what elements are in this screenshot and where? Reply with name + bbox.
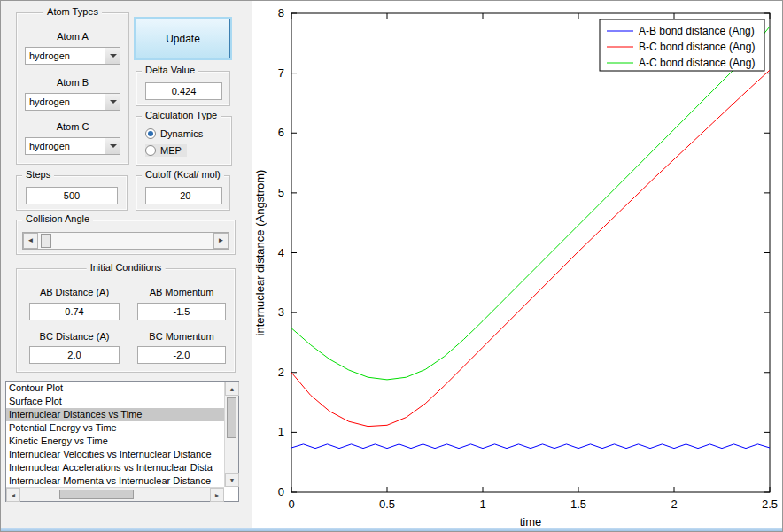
delta-value-input[interactable] xyxy=(145,82,222,100)
list-items: Contour PlotSurface PlotInternuclear Dis… xyxy=(6,382,224,487)
vscroll-thumb[interactable] xyxy=(227,397,236,438)
radio-label: Dynamics xyxy=(160,128,203,139)
bc-distance-input[interactable] xyxy=(29,346,120,364)
x-tick-label: 0 xyxy=(288,497,294,511)
hscroll-thumb[interactable] xyxy=(59,490,134,499)
combo-value: hydrogen xyxy=(29,138,70,154)
collision-angle-group: Collision Angle ◄ ► xyxy=(16,220,236,255)
group-title: Atom Types xyxy=(43,6,102,17)
y-tick-label: 1 xyxy=(278,425,284,438)
list-item[interactable]: Potential Energy vs Time xyxy=(6,421,224,435)
atom-b-label: Atom B xyxy=(17,77,128,88)
group-title: Initial Conditions xyxy=(87,262,166,273)
initial-conditions-group: Initial Conditions AB Distance (A) AB Mo… xyxy=(16,268,236,373)
atom-types-group: Atom Types Atom A hydrogen Atom B hydrog… xyxy=(16,12,129,165)
plot-box xyxy=(291,13,770,492)
vertical-scrollbar[interactable]: ▲ ▼ xyxy=(224,382,238,487)
list-item[interactable]: Internuclear Accelerations vs Internucle… xyxy=(6,461,224,474)
radio-mep[interactable]: MEP xyxy=(145,144,187,157)
atom-b-select[interactable]: hydrogen xyxy=(25,93,120,111)
ab-distance-label: AB Distance (A) xyxy=(29,287,120,297)
legend-label: B-C bond distance (Ang) xyxy=(639,41,755,53)
x-axis-label: time xyxy=(520,515,542,528)
x-tick-label: 1 xyxy=(479,497,485,511)
y-tick-label: 4 xyxy=(278,246,284,259)
radio-dynamics[interactable]: Dynamics xyxy=(145,127,203,140)
group-title: Delta Value xyxy=(142,65,198,75)
window-bottom-border xyxy=(1,528,783,531)
y-tick-label: 8 xyxy=(278,6,284,19)
y-axis-label: internuclear distance (Angstrom) xyxy=(253,170,267,336)
list-item[interactable]: Internuclear Velocities vs Internuclear … xyxy=(6,448,224,461)
group-title: Calculation Type xyxy=(142,110,221,120)
steps-group: Steps xyxy=(16,175,128,211)
radio-label: MEP xyxy=(160,145,182,156)
combo-value: hydrogen xyxy=(29,48,70,64)
y-tick-label: 0 xyxy=(278,485,284,498)
horizontal-scrollbar[interactable]: ◄ ► xyxy=(6,487,224,501)
atom-c-select[interactable]: hydrogen xyxy=(25,137,120,155)
group-title: Steps xyxy=(22,169,54,180)
slider-left-arrow-icon[interactable]: ◄ xyxy=(23,233,38,249)
x-tick-label: 2.5 xyxy=(762,497,778,511)
list-item[interactable]: Kinetic Energy vs Time xyxy=(6,435,224,448)
chevron-down-icon[interactable] xyxy=(105,138,120,154)
y-tick-label: 5 xyxy=(278,186,284,199)
chevron-down-icon[interactable] xyxy=(105,48,120,64)
ab-momentum-label: AB Momentum xyxy=(137,287,226,297)
list-item[interactable]: Contour Plot xyxy=(6,382,224,395)
legend-label: A-B bond distance (Ang) xyxy=(639,25,755,37)
cutoff-group: Cutoff (Kcal/ mol) xyxy=(136,175,230,211)
y-tick-label: 6 xyxy=(278,126,284,139)
application-window: Atom Types Atom A hydrogen Atom B hydrog… xyxy=(0,0,783,532)
control-panel: Atom Types Atom A hydrogen Atom B hydrog… xyxy=(1,1,252,532)
scroll-down-icon[interactable]: ▼ xyxy=(225,473,239,487)
bc-distance-label: BC Distance (A) xyxy=(29,331,120,342)
x-tick-label: 1.5 xyxy=(570,497,586,511)
steps-input[interactable] xyxy=(26,187,118,204)
combo-value: hydrogen xyxy=(29,94,70,110)
plot-type-listbox[interactable]: Contour PlotSurface PlotInternuclear Dis… xyxy=(5,381,239,502)
delta-value-group: Delta Value xyxy=(136,71,230,106)
atom-c-label: Atom C xyxy=(17,121,128,132)
bc-momentum-label: BC Momentum xyxy=(137,331,226,342)
scroll-left-icon[interactable]: ◄ xyxy=(6,488,20,502)
ab-distance-input[interactable] xyxy=(29,303,120,320)
chevron-down-icon[interactable] xyxy=(105,94,120,110)
legend-label: A-C bond distance (Ang) xyxy=(639,57,755,69)
y-tick-label: 2 xyxy=(278,366,284,379)
radio-button-icon xyxy=(145,145,156,156)
collision-angle-slider[interactable]: ◄ ► xyxy=(22,232,229,250)
group-title: Cutoff (Kcal/ mol) xyxy=(142,169,224,180)
list-item[interactable]: Internuclear Momenta vs Internuclear Dis… xyxy=(6,474,224,487)
x-tick-label: 0.5 xyxy=(379,497,395,511)
list-item[interactable]: Internuclear Distances vs Time xyxy=(6,408,224,421)
y-tick-label: 3 xyxy=(278,305,284,319)
scroll-right-icon[interactable]: ► xyxy=(210,488,224,502)
list-item[interactable]: Surface Plot xyxy=(6,395,224,408)
group-title: Collision Angle xyxy=(22,213,93,224)
bc-momentum-input[interactable] xyxy=(137,346,226,364)
plot-svg: 00.511.522.5012345678timeinternuclear di… xyxy=(252,1,783,532)
slider-right-arrow-icon[interactable]: ► xyxy=(213,233,229,249)
scroll-up-icon[interactable]: ▲ xyxy=(225,382,239,396)
update-button[interactable]: Update xyxy=(136,19,230,58)
slider-thumb[interactable] xyxy=(41,234,51,248)
atom-a-select[interactable]: hydrogen xyxy=(25,47,120,65)
atom-a-label: Atom A xyxy=(17,31,128,42)
cutoff-input[interactable] xyxy=(145,187,222,204)
y-tick-label: 7 xyxy=(278,66,284,80)
ab-momentum-input[interactable] xyxy=(137,303,226,320)
calculation-type-group: Calculation Type Dynamics MEP xyxy=(136,116,232,166)
x-tick-label: 2 xyxy=(671,497,677,511)
plot-area: 00.511.522.5012345678timeinternuclear di… xyxy=(252,1,783,532)
radio-button-icon xyxy=(145,128,156,139)
